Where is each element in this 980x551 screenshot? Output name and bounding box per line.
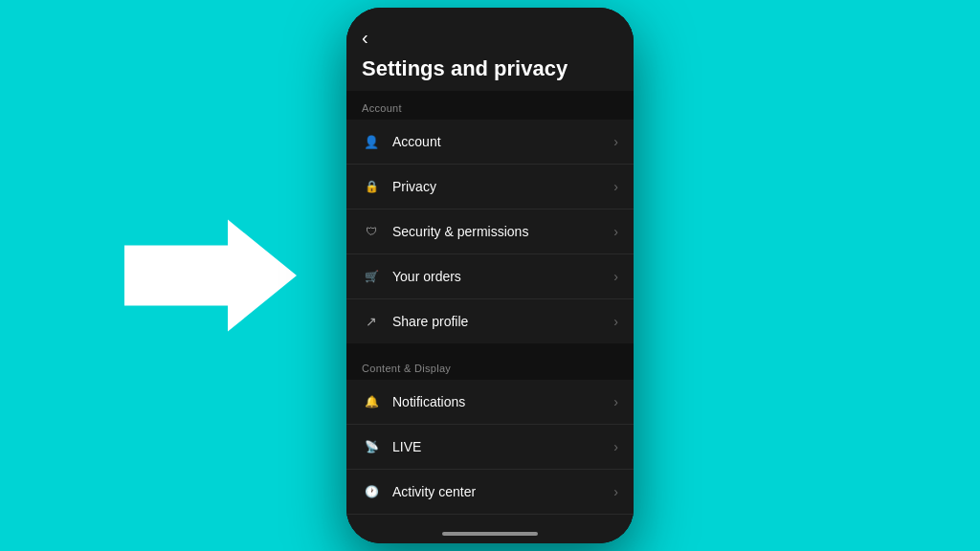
account-label: Account — [392, 134, 613, 149]
settings-item-share[interactable]: Share profile › — [346, 299, 634, 343]
bottom-indicator — [346, 524, 634, 543]
activity-label: Activity center — [392, 484, 613, 499]
settings-item-orders[interactable]: Your orders › — [346, 254, 634, 299]
activity-chevron: › — [613, 484, 618, 499]
settings-item-live[interactable]: LIVE › — [346, 425, 634, 470]
content-group: Notifications › LIVE › Activity center › — [346, 380, 634, 524]
arrow-indicator — [124, 218, 297, 333]
back-button[interactable]: ‹ — [362, 27, 368, 49]
orders-chevron: › — [613, 269, 618, 284]
share-label: Share profile — [392, 314, 613, 329]
shield-icon — [362, 222, 381, 241]
settings-item-content-prefs[interactable]: Content preferences › — [346, 515, 634, 524]
bell-icon — [362, 392, 381, 411]
security-label: Security & permissions — [392, 224, 613, 239]
clock-icon — [362, 482, 381, 501]
section-divider — [346, 343, 634, 351]
privacy-chevron: › — [613, 179, 618, 194]
home-indicator — [442, 532, 538, 536]
header: ‹ Settings and privacy — [346, 8, 634, 91]
settings-list: Account Account › Privacy › Securi — [346, 91, 634, 524]
screen: ‹ Settings and privacy Account Account ›… — [346, 8, 634, 543]
settings-item-privacy[interactable]: Privacy › — [346, 165, 634, 209]
page-wrapper: ‹ Settings and privacy Account Account ›… — [0, 0, 980, 551]
settings-item-account[interactable]: Account › — [346, 120, 634, 165]
section-label-account: Account — [346, 91, 634, 120]
cart-icon — [362, 267, 381, 286]
live-chevron: › — [613, 439, 618, 454]
share-chevron: › — [613, 314, 618, 329]
orders-label: Your orders — [392, 269, 613, 284]
settings-item-notifications[interactable]: Notifications › — [346, 380, 634, 425]
notifications-chevron: › — [613, 394, 618, 409]
share-icon — [362, 312, 381, 331]
account-group: Account › Privacy › Security & permissio… — [346, 120, 634, 343]
security-chevron: › — [613, 224, 618, 239]
page-title: Settings and privacy — [362, 56, 618, 81]
user-icon — [362, 132, 381, 151]
account-chevron: › — [613, 134, 618, 149]
notifications-label: Notifications — [392, 394, 613, 409]
arrow-right-icon — [124, 218, 297, 333]
settings-item-activity[interactable]: Activity center › — [346, 470, 634, 515]
svg-marker-0 — [124, 220, 297, 332]
privacy-label: Privacy — [392, 179, 613, 194]
settings-item-security[interactable]: Security & permissions › — [346, 209, 634, 254]
phone-container: ‹ Settings and privacy Account Account ›… — [346, 8, 634, 543]
live-icon — [362, 437, 381, 456]
live-label: LIVE — [392, 439, 613, 454]
section-label-content: Content & Display — [346, 351, 634, 380]
lock-icon — [362, 177, 381, 196]
